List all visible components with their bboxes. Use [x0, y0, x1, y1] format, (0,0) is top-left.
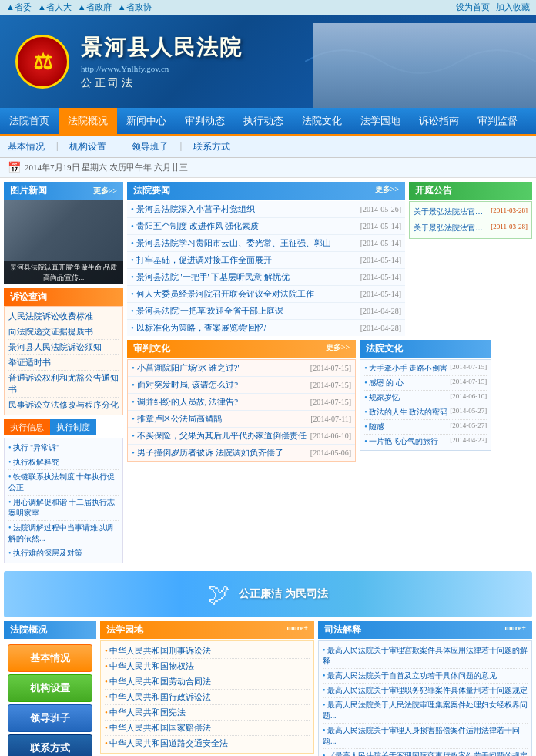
court-news-section: 法院要闻 更多>> 景河县法院深入小菖子村党组织 [2014-05-26] 贵阳… [127, 182, 405, 336]
logo-circle: ⚖ [15, 35, 69, 89]
trial-link-6[interactable]: 男子撞倒岁历者被诉 法院调如负齐偿了 [132, 447, 307, 459]
nav-culture[interactable]: 法院文化 [293, 108, 351, 134]
trial-item-1: 小菖湖院阳广场'冰 谁之过?' [2014-07-15] [128, 360, 355, 377]
topbar-item-1[interactable]: ▲省委 [6, 2, 32, 13]
nav-lawzone[interactable]: 法学园地 [351, 108, 410, 134]
interp-item-6[interactable]: 《最高人民法院关于案理国际商事行政案件若干问题的规定 [323, 749, 528, 756]
law-item-5[interactable]: 中华人民共和国宪法 [105, 705, 310, 721]
sep2: | [118, 140, 119, 153]
consulting-item-5[interactable]: 普通诉讼权利和尤豁公告通知书 [8, 371, 119, 398]
exec-item-3[interactable]: 铁链联系执法制度 十年执行促公正 [8, 470, 119, 496]
nav-news[interactable]: 新闻中心 [117, 108, 176, 134]
trial-link-3[interactable]: 调并纠纷的人员故, 法律告? [132, 396, 307, 408]
topbar-item-4[interactable]: ▲省政协 [118, 2, 152, 13]
subnav-leaders[interactable]: 领导班子 [132, 140, 169, 153]
court-news-link-8[interactable]: 以标准化为策略，查案展览尝'回忆' [131, 322, 357, 334]
law-item-4[interactable]: 中华人民共和国行政诉讼法 [105, 690, 310, 705]
nav-overview[interactable]: 法院概况 [59, 108, 117, 134]
trial-link-5[interactable]: 不买保险，父果为其后几平代办家道倒偿责任 [132, 430, 307, 442]
nav-supervision[interactable]: 审判监督 [468, 108, 527, 134]
logo-icon: ⚖ [33, 49, 52, 75]
subnav-contact[interactable]: 联系方式 [193, 140, 230, 153]
nav-execute[interactable]: 执行动态 [234, 108, 293, 134]
overview-btn-leaders[interactable]: 领导班子 [8, 704, 92, 732]
court-news-item-2: 贵阳五个制度 改进作风 强化素质 [2014-05-14] [127, 218, 405, 235]
court-news-link-7[interactable]: 景河县法院'一把草'欢迎全省干部上庭课 [131, 305, 357, 317]
consulting-item-3[interactable]: 景河县人民法院诉讼须知 [8, 340, 119, 355]
interp-list: 最高人民法院关于审理宫欺案件具体应用法律若干问题的解释 最高人民法院关于自首及立… [318, 640, 532, 756]
exec-tab-system[interactable]: 执行制度 [50, 419, 96, 435]
law-interp-header: 司法解释 more+ [318, 621, 532, 639]
court-news-link-2[interactable]: 贵阳五个制度 改进作风 强化素质 [131, 220, 357, 232]
court-news-link-3[interactable]: 景河县法院学习贵阳市云山、委光常、王征强、郭山 [131, 237, 357, 249]
exec-item-2[interactable]: 执行权解释究 [8, 455, 119, 470]
open-court-section: 开庭公告 关于景弘法院法官电话... [2011-03-28] 关于景弘法院法官… [409, 182, 532, 239]
nav-trial[interactable]: 审判动态 [176, 108, 234, 134]
interp-item-5[interactable]: 最高人民法院关于审理人身损害赔偿案件适用法律若干问题... [323, 724, 528, 749]
add-favorite[interactable]: 加入收藏 [496, 2, 530, 13]
consulting-item-4[interactable]: 举证适时书 [8, 355, 119, 371]
banner-text: 公正廉洁 为民司法 [239, 587, 328, 601]
nav-feedback[interactable]: 访客留言 [527, 108, 536, 134]
consulting-list: 人民法院诉讼收费标准 向法院递交证据提质书 景河县人民法院诉讼须知 举证适时书 … [4, 306, 123, 415]
subnav-org[interactable]: 机构设置 [69, 140, 106, 153]
nav-guide[interactable]: 诉讼指南 [410, 108, 468, 134]
law-item-2[interactable]: 中华人民共和国物权法 [105, 659, 310, 674]
consulting-item-6[interactable]: 民事诉讼立法修改与程序分化 [8, 398, 119, 412]
header-logo: ⚖ 景河县人民法院 http://www.Ynlhfy.gov.cn 公 正 司… [0, 33, 243, 90]
law-interp-section: 司法解释 more+ 最高人民法院关于审理宫欺案件具体应用法律若干问题的解释 最… [318, 621, 532, 756]
overview-btn-contact[interactable]: 联系方式 [8, 734, 92, 756]
trial-link-1[interactable]: 小菖湖院阳广场'冰 谁之过?' [132, 362, 307, 374]
law-item-3[interactable]: 中华人民共和国劳动合同法 [105, 674, 310, 690]
court-news-link-1[interactable]: 景河县法院深入小菖子村党组织 [131, 203, 357, 215]
court-news-link-5[interactable]: 景河县法院 '一把手' 下基层听民意 解忧优 [131, 271, 357, 283]
bottom-mid: 法学园地 more+ 中华人民共和国刑事诉讼法 中华人民共和国物权法 中华人民共… [100, 621, 532, 756]
court-news-date-2: [2014-05-14] [360, 222, 401, 230]
trial-more[interactable]: 更多>> [326, 342, 350, 355]
trial-link-4[interactable]: 推章卢区公法局高鳞鹊 [132, 413, 307, 425]
exec-item-6[interactable]: 执行难的深层及对策 [8, 546, 119, 560]
topbar-item-2[interactable]: ▲省人大 [38, 2, 72, 13]
top-bar: ▲省委 ▲省人大 ▲省政府 ▲省政协 设为首页 加入收藏 [0, 0, 536, 15]
law-zone-header: 法学园地 more+ [100, 621, 314, 639]
photo-news-title: 图片新闻 [10, 184, 47, 197]
exec-item-1[interactable]: 执行 "异常诉" [8, 441, 119, 455]
nav-home[interactable]: 法院首页 [0, 108, 59, 134]
set-homepage[interactable]: 设为首页 [456, 2, 490, 13]
court-news-item-1: 景河县法院深入小菖子村党组织 [2014-05-26] [127, 201, 405, 218]
open-link-2[interactable]: 关于景弘法院法官电话... [414, 223, 488, 234]
court-news-link-4[interactable]: 打牢基础，促进调对接工作全面展开 [131, 254, 357, 266]
interp-item-3[interactable]: 最高人民法院关于审理职务犯罪案件具体量刑若干问题规定 [323, 684, 528, 698]
trial-link-2[interactable]: 面对突发时局, 该请怎么过? [132, 379, 307, 391]
court-news-item-4: 打牢基础，促进调对接工作全面展开 [2014-05-14] [127, 252, 405, 269]
sub-nav: 基本情况 | 机构设置 | 领导班子 | 联系方式 [0, 136, 536, 158]
consulting-item-1[interactable]: 人民法院诉讼收费标准 [8, 309, 119, 324]
law-zone-more[interactable]: more+ [286, 623, 308, 637]
exec-tab-info[interactable]: 执行信息 [4, 419, 50, 435]
photo-news-more[interactable]: 更多>> [93, 186, 117, 197]
law-item-6[interactable]: 中华人民共和国国家赔偿法 [105, 721, 310, 736]
law-interp-more[interactable]: more+ [504, 623, 526, 637]
consulting-header: 诉讼查询 [4, 288, 123, 306]
trial-section: 审判文化 更多>> 小菖湖院阳广场'冰 谁之过?' [2014-07-15] 面… [127, 340, 356, 462]
top-bar-left: ▲省委 ▲省人大 ▲省政府 ▲省政协 [6, 2, 152, 13]
interp-item-4[interactable]: 最高人民法院关于人民法院审理集案案件处理妇女经权界问题... [323, 698, 528, 724]
overview-btn-basic[interactable]: 基本情况 [8, 644, 92, 672]
interp-item-1[interactable]: 最高人民法院关于审理宫欺案件具体应用法律若干问题的解释 [323, 643, 528, 669]
exec-item-4[interactable]: 用心调解促和谐 十二届执行志案明家室 [8, 496, 119, 521]
overview-buttons: 基本情况 机构设置 领导班子 联系方式 [4, 640, 96, 756]
consulting-item-2[interactable]: 向法院递交证据提质书 [8, 324, 119, 340]
open-court-header: 开庭公告 [409, 182, 532, 200]
open-item-2: 关于景弘法院法官电话... [2011-03-28] [414, 220, 528, 236]
date-text: 2014年7月19日 星期六 农历甲午年 六月廿三 [25, 162, 188, 173]
court-news-link-6[interactable]: 何人大委员经景河院召开联会评议全对法院工作 [131, 288, 357, 300]
court-news-more[interactable]: 更多>> [375, 184, 399, 197]
law-item-7[interactable]: 中华人民共和国道路交通安全法 [105, 736, 310, 751]
open-link-1[interactable]: 关于景弘法院法官电话... [414, 207, 488, 217]
overview-btn-org[interactable]: 机构设置 [8, 674, 92, 702]
topbar-item-3[interactable]: ▲省政府 [78, 2, 112, 13]
law-item-1[interactable]: 中华人民共和国刑事诉讼法 [105, 643, 310, 659]
exec-item-5[interactable]: 法院调解过程中当事请难以调解的依然... [8, 521, 119, 546]
interp-item-2[interactable]: 最高人民法院关于自首及立功若干具体问题的意见 [323, 669, 528, 684]
subnav-basic[interactable]: 基本情况 [8, 140, 45, 153]
